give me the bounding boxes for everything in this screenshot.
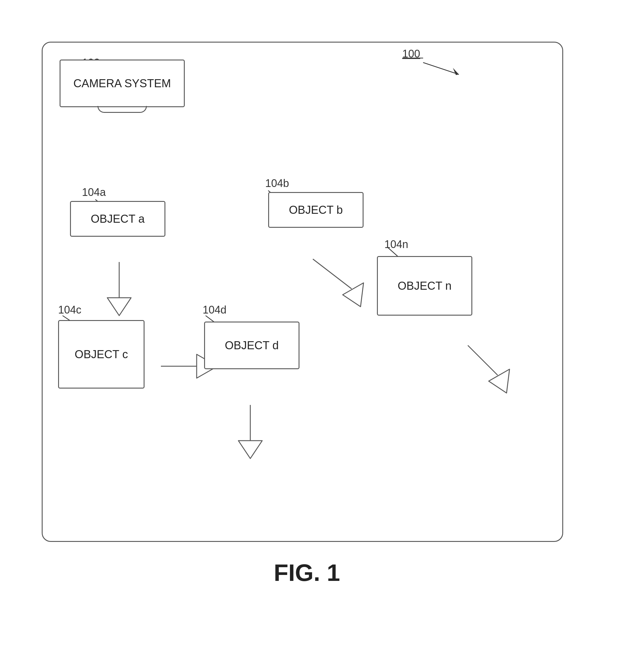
object-n-box: OBJECT n (377, 256, 472, 315)
camera-system-box: CAMERA SYSTEM (60, 59, 185, 107)
object-b-box: OBJECT b (268, 192, 364, 228)
diagram-container: 100 102 CAMERA SYSTEM 104a OBJECT a 104b… (24, 24, 590, 604)
ref-104b: 104b (265, 177, 289, 190)
ref-104n: 104n (384, 238, 408, 251)
ref-104c: 104c (58, 304, 81, 316)
ref-104a: 104a (82, 186, 106, 198)
object-d-box: OBJECT d (204, 321, 299, 369)
object-a-box: OBJECT a (70, 201, 166, 237)
outer-bracket (42, 42, 563, 542)
ref-104d: 104d (203, 304, 226, 316)
object-c-box: OBJECT c (58, 320, 144, 389)
ref-100: 100 (402, 48, 420, 60)
figure-label: FIG. 1 (274, 559, 340, 586)
